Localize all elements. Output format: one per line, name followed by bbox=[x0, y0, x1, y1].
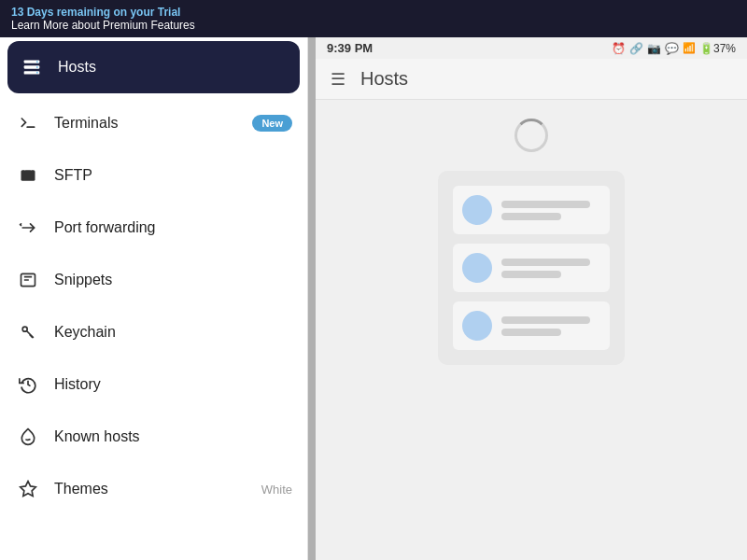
sidebar-item-hosts-label: Hosts bbox=[58, 59, 289, 76]
panel-separator bbox=[308, 37, 316, 560]
network-icon: 📶 bbox=[683, 42, 696, 54]
status-icons: ⏰ 🔗 📷 💬 📶 🔋37% bbox=[612, 42, 736, 55]
placeholder-row-2 bbox=[453, 244, 610, 292]
trial-banner: 13 Days remaining on your Trial Learn Mo… bbox=[0, 0, 747, 37]
sidebar-item-keychain[interactable]: Keychain bbox=[0, 306, 307, 358]
placeholder-line bbox=[501, 201, 590, 208]
app-header-title: Hosts bbox=[360, 68, 408, 90]
sidebar-item-snippets[interactable]: Snippets bbox=[0, 254, 307, 306]
hamburger-icon[interactable]: ☰ bbox=[331, 69, 345, 90]
sftp-icon bbox=[15, 162, 41, 189]
placeholder-illustration bbox=[438, 171, 625, 365]
svg-point-7 bbox=[22, 327, 27, 331]
placeholder-lines-1 bbox=[501, 201, 600, 220]
placeholder-lines-3 bbox=[501, 316, 600, 336]
sidebar-item-port-forwarding-label: Port forwarding bbox=[54, 219, 292, 236]
sidebar-item-keychain-label: Keychain bbox=[54, 324, 292, 341]
placeholder-line bbox=[501, 271, 561, 278]
svg-point-4 bbox=[36, 66, 38, 68]
sidebar-item-snippets-label: Snippets bbox=[54, 272, 292, 288]
known-hosts-icon bbox=[15, 424, 41, 450]
alarm-icon: ⏰ bbox=[612, 42, 626, 55]
placeholder-line bbox=[501, 329, 561, 336]
placeholder-lines-2 bbox=[501, 259, 600, 278]
sidebar-item-terminals[interactable]: Terminals New bbox=[0, 97, 307, 149]
status-time: 9:39 PM bbox=[327, 41, 373, 55]
placeholder-avatar-3 bbox=[462, 311, 492, 341]
themes-badge: White bbox=[261, 483, 292, 497]
sidebar-item-themes[interactable]: Themes White bbox=[0, 463, 307, 515]
message-icon: 💬 bbox=[665, 42, 679, 55]
status-bar: 9:39 PM ⏰ 🔗 📷 💬 📶 🔋37% bbox=[316, 37, 747, 59]
link-icon: 🔗 bbox=[629, 42, 643, 55]
themes-icon bbox=[15, 476, 41, 502]
sidebar-item-sftp[interactable]: SFTP bbox=[0, 149, 307, 202]
snippets-icon bbox=[15, 267, 41, 293]
sidebar-item-terminals-label: Terminals bbox=[54, 115, 252, 132]
sidebar-item-themes-label: Themes bbox=[54, 481, 261, 497]
loading-spinner bbox=[514, 119, 548, 152]
placeholder-line bbox=[501, 213, 561, 220]
hosts-icon bbox=[19, 54, 45, 80]
svg-point-3 bbox=[36, 61, 38, 63]
main-container: Hosts Terminals New SFTP bbox=[0, 37, 747, 560]
placeholder-avatar-1 bbox=[462, 195, 492, 225]
sidebar-item-history-label: History bbox=[54, 376, 292, 393]
placeholder-row-1 bbox=[453, 186, 610, 234]
terminals-badge: New bbox=[252, 115, 292, 132]
sidebar-item-history[interactable]: History bbox=[0, 358, 307, 411]
placeholder-row-3 bbox=[453, 301, 610, 350]
trial-title: 13 Days remaining on your Trial bbox=[11, 6, 736, 19]
port-forwarding-icon bbox=[15, 215, 41, 241]
trial-link[interactable]: Learn More about Premium Features bbox=[11, 19, 736, 32]
sidebar-item-port-forwarding[interactable]: Port forwarding bbox=[0, 202, 307, 254]
history-icon bbox=[15, 371, 41, 398]
sidebar-item-sftp-label: SFTP bbox=[54, 167, 292, 184]
placeholder-line bbox=[501, 259, 590, 266]
svg-point-5 bbox=[36, 72, 38, 74]
content-area bbox=[316, 100, 747, 560]
app-header: ☰ Hosts bbox=[316, 59, 747, 100]
sidebar: Hosts Terminals New SFTP bbox=[0, 37, 308, 560]
placeholder-line bbox=[501, 316, 590, 324]
sidebar-item-known-hosts[interactable]: Known hosts bbox=[0, 411, 307, 463]
camera-icon: 📷 bbox=[647, 42, 661, 55]
right-panel: 9:39 PM ⏰ 🔗 📷 💬 📶 🔋37% ☰ Hosts bbox=[316, 37, 747, 560]
sidebar-item-hosts[interactable]: Hosts bbox=[7, 41, 300, 93]
terminals-icon bbox=[15, 110, 41, 136]
sidebar-item-known-hosts-label: Known hosts bbox=[54, 428, 292, 445]
keychain-icon bbox=[15, 319, 41, 345]
battery-icon: 🔋37% bbox=[699, 42, 736, 55]
placeholder-avatar-2 bbox=[462, 253, 492, 283]
